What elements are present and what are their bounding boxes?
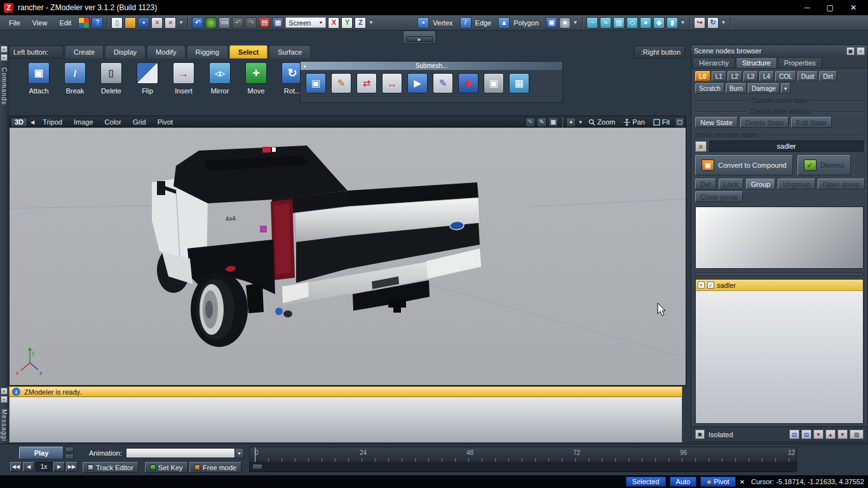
submesh-delete-icon[interactable]: ◆ <box>458 73 478 93</box>
undo-icon[interactable]: ↶ <box>232 17 243 29</box>
menu-view[interactable]: View <box>27 17 53 29</box>
jump-arrow-icon[interactable]: ↪ <box>694 17 705 29</box>
ungroup-button[interactable]: Ungroup <box>778 179 815 189</box>
play-option-top-button[interactable] <box>65 447 74 452</box>
state-list-icon[interactable]: ▥ <box>850 430 864 439</box>
submesh-detach-icon[interactable]: ↔ <box>382 73 402 93</box>
flip-tool-button[interactable]: Flip <box>133 62 162 95</box>
submesh-panel-header[interactable]: ▲ Submesh... <box>301 62 562 70</box>
viewport-menu-color[interactable]: Color <box>100 118 126 126</box>
grid-settings-icon[interactable]: ▦ <box>272 17 283 29</box>
submesh-edit-icon[interactable]: ✎ <box>433 73 453 93</box>
tab-modify[interactable]: Modify <box>147 45 185 58</box>
lod-l3-button[interactable]: L3 <box>743 71 758 81</box>
damage-button[interactable]: Damage <box>748 83 780 93</box>
submesh-cube-icon[interactable]: ▣ <box>306 73 326 93</box>
viewport-menu-pivot[interactable]: Pivot <box>153 118 178 126</box>
lod-l4-button[interactable]: L4 <box>759 71 774 81</box>
tab-display[interactable]: Display <box>105 45 146 58</box>
axis-y-button[interactable]: Y <box>341 17 353 29</box>
set-key-button[interactable]: Set Key <box>145 462 188 473</box>
minimize-button[interactable]: ─ <box>804 3 810 12</box>
help-icon[interactable]: ? <box>92 17 103 29</box>
axis-z-button[interactable]: Z <box>355 17 366 29</box>
block-tool-icon[interactable]: ▮ <box>667 17 678 29</box>
tools-dropdown-arrow[interactable]: ▼ <box>680 20 686 25</box>
draw-mode-icon[interactable]: ✎ <box>526 118 535 127</box>
vertex-mode-button[interactable]: Vertex <box>433 19 452 27</box>
tab-properties[interactable]: Properties <box>778 57 822 68</box>
truck-model[interactable]: 4x4 <box>152 146 481 347</box>
tab-create[interactable]: Create <box>65 45 104 58</box>
free-mode-button[interactable]: Free mode <box>189 462 241 473</box>
paint-mode-icon[interactable]: ✎ <box>537 118 546 127</box>
lod-dirt-button[interactable]: Dirt <box>819 71 837 81</box>
torus-tool-icon[interactable]: ◆ <box>653 17 665 29</box>
edit-state-button[interactable]: Edit State <box>791 117 832 128</box>
sphere-tool-icon[interactable]: ● <box>640 17 651 29</box>
isolated-icon[interactable]: ▣ <box>695 430 705 439</box>
mode-dropdown-arrow[interactable]: ▼ <box>573 20 578 25</box>
burn-button[interactable]: Burn <box>726 83 747 93</box>
break-tool-button[interactable]: / Break <box>60 62 90 95</box>
viewport-collapse-icon[interactable]: ◀ <box>29 119 36 125</box>
column-tool-icon[interactable]: ▥ <box>613 17 625 29</box>
timeline-ruler[interactable]: 0 24 48 72 96 12 <box>249 447 797 463</box>
tree-row-sadler[interactable]: + ✓ sadler <box>696 280 863 291</box>
axis-dropdown-arrow[interactable]: ▼ <box>368 20 374 25</box>
go-to-end-button[interactable]: ▶▶ <box>66 462 78 471</box>
track-editor-button[interactable]: Track Editor <box>83 462 139 473</box>
convert-to-compound-button[interactable]: ▣ Convert to Compound <box>695 155 793 175</box>
expand-node-icon[interactable]: + <box>698 281 705 288</box>
pan-tool-button[interactable]: Pan <box>620 118 648 126</box>
scene-browser-header[interactable]: Scene nodes browser ▣ × <box>691 45 867 57</box>
vertex-mode-icon[interactable]: ▪ <box>417 17 429 29</box>
submesh-uv-icon[interactable]: ▦ <box>509 73 529 93</box>
delete-dropdown-arrow[interactable]: ▼ <box>178 20 184 25</box>
panel-splitter[interactable] <box>695 273 864 276</box>
delete-state-button[interactable]: Delete State <box>740 117 789 128</box>
viewport-menu-image[interactable]: Image <box>69 118 98 126</box>
tab-surface[interactable]: Surface <box>269 45 311 58</box>
play-option-bottom-button[interactable] <box>65 454 74 459</box>
save-scene-icon[interactable]: ▤ <box>789 430 799 439</box>
revert-icon[interactable]: ↶ <box>192 17 203 29</box>
lod-l2-button[interactable]: L2 <box>728 71 742 81</box>
zoom-tool-button[interactable]: Zoom <box>585 118 618 126</box>
tab-structure[interactable]: Structure <box>736 57 777 68</box>
lock-button[interactable]: Lock <box>719 179 743 189</box>
submesh-extrude-icon[interactable]: ▶ <box>407 73 428 93</box>
wave-tool-icon[interactable]: ~ <box>587 17 598 29</box>
selected-node-name[interactable]: sadler <box>709 140 864 152</box>
save-icon[interactable]: ▪ <box>138 17 149 29</box>
display-icon[interactable]: ▭ <box>219 17 230 29</box>
step-back-button[interactable]: ◀ <box>23 462 34 471</box>
save-selected-icon[interactable]: ▤ <box>801 430 811 439</box>
damage-dropdown-arrow[interactable]: ▼ <box>781 83 790 93</box>
submesh-swap-icon[interactable]: ⇄ <box>356 73 377 93</box>
lod-col-button[interactable]: COL <box>775 71 796 81</box>
message-log-area[interactable] <box>9 397 682 443</box>
speed-display[interactable]: 1x <box>36 462 52 471</box>
visibility-checkbox[interactable]: ✓ <box>707 281 714 288</box>
close-group-button[interactable]: Close group <box>695 191 743 202</box>
submesh-copy-icon[interactable]: ▣ <box>484 73 504 93</box>
submesh-brush-icon[interactable]: ✎ <box>331 73 351 93</box>
view-dropdown-arrow[interactable]: ▼ <box>721 20 726 25</box>
scene-tree[interactable]: + ✓ sadler <box>695 279 864 424</box>
export-state-icon[interactable]: ▲ <box>825 430 836 439</box>
lattice-tool-icon[interactable]: ◇ <box>627 17 638 29</box>
rotate-view-icon[interactable]: ↻ <box>707 17 719 29</box>
animation-select[interactable]: ▼ <box>126 448 244 458</box>
open-group-button[interactable]: Open group <box>818 179 865 189</box>
menu-edit[interactable]: Edit <box>54 17 76 29</box>
polygon-mode-icon[interactable]: ▲ <box>498 17 510 29</box>
tab-rigging[interactable]: Rigging <box>187 45 228 58</box>
commands-strip-label[interactable]: Commands <box>1 67 8 105</box>
play-button[interactable]: Play <box>19 447 64 459</box>
status-message-bar[interactable]: i ZModeler is ready. <box>9 386 682 397</box>
object-mode-icon[interactable]: ▣ <box>546 17 557 29</box>
collapse-panel-icon[interactable]: ▲ <box>302 64 307 68</box>
clear-status-icon[interactable]: ✕ <box>740 478 745 485</box>
smooth-tool-icon[interactable]: ≈ <box>600 17 611 29</box>
